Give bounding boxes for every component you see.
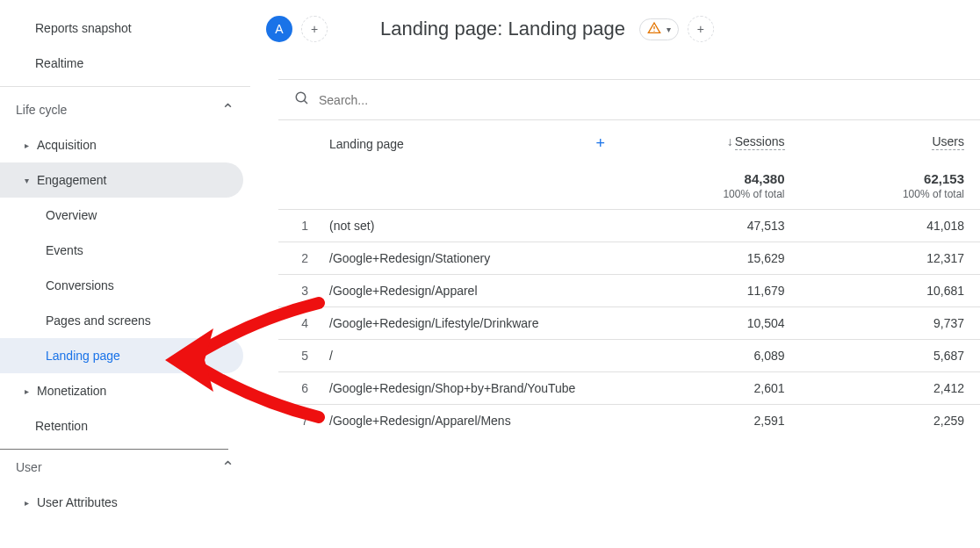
row-sessions: 2,591 (621, 404, 801, 436)
row-index: 6 (278, 371, 313, 404)
table-row[interactable]: 5/6,0895,687 (278, 339, 980, 371)
sidebar-acquisition[interactable]: ▸Acquisition (0, 127, 243, 162)
search-input[interactable] (319, 93, 964, 107)
col-sessions[interactable]: ↓Sessions (621, 120, 801, 162)
row-page: /Google+Redesign/Apparel/Mens (313, 404, 621, 436)
warning-triangle-icon (647, 21, 661, 38)
data-table: Landing page + ↓Sessions Users (278, 119, 980, 436)
row-index: 7 (278, 404, 313, 436)
col-dimension: Landing page + (313, 120, 621, 162)
sidebar-landing-page[interactable]: Landing page (0, 338, 243, 373)
sidebar-realtime[interactable]: Realtime (0, 46, 243, 81)
divider (0, 86, 250, 87)
row-sessions: 11,679 (621, 274, 801, 306)
triangle-right-icon: ▸ (25, 141, 37, 150)
table-row[interactable]: 1(not set)47,51341,018 (278, 209, 980, 242)
sidebar-engagement[interactable]: ▾Engagement (0, 162, 243, 198)
chevron-up-icon: ⌃ (221, 458, 234, 477)
sort-down-icon: ↓ (727, 134, 733, 148)
plus-icon: + (697, 22, 704, 36)
sidebar-monetization[interactable]: ▸Monetization (0, 373, 243, 408)
row-users: 9,737 (801, 306, 981, 339)
triangle-right-icon: ▸ (25, 498, 37, 508)
sidebar-retention[interactable]: Retention (0, 408, 243, 443)
sidebar-user-attributes[interactable]: ▸User Attributes (0, 485, 243, 520)
table-row[interactable]: 2/Google+Redesign/Stationery15,62912,317 (278, 242, 980, 274)
row-page: (not set) (313, 209, 621, 242)
sidebar: Reports snapshot Realtime Life cycle ⌃ ▸… (0, 0, 250, 548)
row-page: /Google+Redesign/Stationery (313, 242, 621, 274)
row-page: / (313, 339, 621, 371)
row-index: 5 (278, 339, 313, 371)
svg-point-1 (653, 30, 654, 31)
totals-users: 62,153 100% of total (801, 162, 981, 210)
sidebar-pages-screens[interactable]: Pages and screens (0, 303, 243, 338)
svg-point-2 (296, 92, 306, 102)
row-index: 2 (278, 242, 313, 274)
row-users: 5,687 (801, 339, 981, 371)
row-index: 1 (278, 209, 313, 242)
row-users: 41,018 (801, 209, 981, 242)
row-sessions: 10,504 (621, 306, 801, 339)
sidebar-overview[interactable]: Overview (0, 198, 243, 233)
add-filter-button[interactable]: + (301, 16, 328, 42)
row-index: 3 (278, 274, 313, 306)
row-sessions: 2,601 (621, 371, 801, 404)
add-comparison-button[interactable]: + (688, 16, 714, 42)
section-user[interactable]: User ⌃ (0, 450, 250, 485)
plus-icon: + (311, 22, 318, 36)
row-index: 4 (278, 306, 313, 339)
totals-sessions: 84,380 100% of total (621, 162, 801, 210)
col-index (278, 120, 313, 162)
row-page: /Google+Redesign/Apparel (313, 274, 621, 306)
sidebar-reports-snapshot[interactable]: Reports snapshot (0, 11, 243, 46)
search-row (278, 80, 980, 119)
row-page: /Google+Redesign/Shop+by+Brand/YouTube (313, 371, 621, 404)
add-dimension-button[interactable]: + (595, 134, 605, 153)
sidebar-conversions[interactable]: Conversions (0, 268, 243, 303)
table-row[interactable]: 4/Google+Redesign/Lifestyle/Drinkware10,… (278, 306, 980, 339)
triangle-right-icon: ▸ (25, 386, 37, 396)
warning-pill[interactable]: ▾ (639, 18, 679, 40)
main-content: A + Landing page: Landing page ▾ + (250, 0, 980, 548)
row-users: 2,259 (801, 404, 981, 436)
row-users: 12,317 (801, 242, 981, 274)
row-users: 10,681 (801, 274, 981, 306)
dropdown-arrow-icon: ▾ (667, 25, 671, 34)
svg-line-3 (304, 100, 307, 104)
table-row[interactable]: 7/Google+Redesign/Apparel/Mens2,5912,259 (278, 404, 980, 436)
triangle-down-icon: ▾ (25, 176, 37, 185)
table-row[interactable]: 6/Google+Redesign/Shop+by+Brand/YouTube2… (278, 371, 980, 404)
sidebar-events[interactable]: Events (0, 233, 243, 268)
section-life-cycle[interactable]: Life cycle ⌃ (0, 92, 250, 127)
col-users[interactable]: Users (801, 120, 981, 162)
table-row[interactable]: 3/Google+Redesign/Apparel11,67910,681 (278, 274, 980, 306)
row-sessions: 15,629 (621, 242, 801, 274)
row-users: 2,412 (801, 371, 981, 404)
chevron-up-icon: ⌃ (221, 100, 234, 119)
search-icon (294, 90, 310, 109)
content-panel: Landing page + ↓Sessions Users (278, 79, 980, 436)
header-bar: A + Landing page: Landing page ▾ + (250, 0, 980, 58)
filter-badge-a[interactable]: A (266, 16, 292, 42)
page-title: Landing page: Landing page (380, 18, 625, 40)
row-sessions: 47,513 (621, 209, 801, 242)
row-page: /Google+Redesign/Lifestyle/Drinkware (313, 306, 621, 339)
row-sessions: 6,089 (621, 339, 801, 371)
